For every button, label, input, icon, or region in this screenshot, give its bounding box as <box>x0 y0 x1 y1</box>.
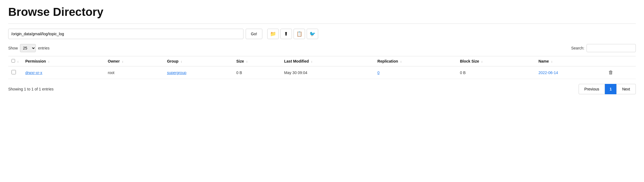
row-permission: drwxr-xr-x <box>22 66 105 79</box>
col-last-modified-label: Last Modified <box>284 59 309 63</box>
col-permission-label: Permission <box>25 59 46 63</box>
prev-button[interactable]: Previous <box>579 84 605 94</box>
row-checkbox[interactable] <box>11 70 16 74</box>
col-actions <box>605 56 636 66</box>
search-box: Search: <box>571 44 636 52</box>
group-link[interactable]: supergroup <box>167 71 186 75</box>
col-size-label: Size <box>236 59 244 63</box>
next-button[interactable]: Next <box>616 84 636 94</box>
row-replication: 0 <box>374 66 457 79</box>
upload-icon-button[interactable]: ⬆ <box>280 29 292 39</box>
col-name-sort[interactable]: ↕ <box>551 60 553 63</box>
pagination: Previous 1 Next <box>579 84 636 94</box>
col-size-sort[interactable]: ↕ <box>246 60 248 63</box>
col-block-size-label: Block Size <box>460 59 479 63</box>
title-divider <box>8 24 636 24</box>
row-group: supergroup <box>164 66 233 79</box>
col-last-modified: Last Modified ↕ <box>281 56 374 66</box>
name-link[interactable]: 2022-06-14 <box>538 71 558 75</box>
show-label: Show <box>8 46 18 50</box>
col-name-label: Name <box>538 59 549 63</box>
col-replication: Replication ↕ <box>374 56 457 66</box>
select-all-header: ↕ <box>8 56 22 66</box>
table-header-row: ↕ Permission ↕ Owner ↕ Group ↕ Size ↕ La… <box>8 56 636 66</box>
col-owner: Owner ↕ <box>105 56 164 66</box>
row-last-modified: May 30 09:04 <box>281 66 374 79</box>
table-controls: Show 10 25 50 100 entries Search: <box>8 44 636 52</box>
tool-icon-button[interactable]: 🐦 <box>307 29 318 39</box>
path-bar: Go! 📁 ⬆ 📋 🐦 <box>8 29 636 39</box>
col-permission-sort[interactable]: ↕ <box>48 60 50 63</box>
path-input[interactable] <box>8 29 243 39</box>
replication-link[interactable]: 0 <box>378 71 380 75</box>
col-group-sort[interactable]: ↕ <box>181 60 182 63</box>
col-block-size-sort[interactable]: ↕ <box>481 60 483 63</box>
row-delete-cell: 🗑 <box>605 66 636 79</box>
page-title: Browse Directory <box>8 5 636 19</box>
col-size: Size ↕ <box>233 56 281 66</box>
col-block-size: Block Size ↕ <box>457 56 535 66</box>
search-label: Search: <box>571 46 584 50</box>
current-page: 1 <box>605 84 616 94</box>
row-checkbox-cell <box>8 66 22 79</box>
row-owner: root <box>105 66 164 79</box>
col-group: Group ↕ <box>164 56 233 66</box>
select-all-checkbox[interactable] <box>11 59 15 63</box>
row-name: 2022-06-14 <box>535 66 605 79</box>
row-block-size: 0 B <box>457 66 535 79</box>
col-owner-label: Owner <box>108 59 120 63</box>
permission-link[interactable]: drwxr-xr-x <box>25 71 42 75</box>
row-size: 0 B <box>233 66 281 79</box>
col-replication-sort[interactable]: ↕ <box>400 60 402 63</box>
checkbox-sort-icon: ↕ <box>17 60 19 63</box>
directory-table: ↕ Permission ↕ Owner ↕ Group ↕ Size ↕ La… <box>8 56 636 79</box>
toolbar-icons: 📁 ⬆ 📋 🐦 <box>267 29 318 39</box>
col-owner-sort[interactable]: ↕ <box>122 60 123 63</box>
list-icon-button[interactable]: 📋 <box>294 29 305 39</box>
go-button[interactable]: Go! <box>246 29 262 39</box>
entries-label: entries <box>38 46 50 50</box>
col-name: Name ↕ <box>535 56 605 66</box>
folder-icon-button[interactable]: 📁 <box>267 29 279 39</box>
col-permission: Permission ↕ <box>22 56 105 66</box>
col-group-label: Group <box>167 59 178 63</box>
search-input[interactable] <box>587 44 636 52</box>
col-last-modified-sort[interactable]: ↕ <box>311 60 313 63</box>
showing-text: Showing 1 to 1 of 1 entries <box>8 87 54 91</box>
col-replication-label: Replication <box>378 59 398 63</box>
table-row: drwxr-xr-x root supergroup 0 B May 30 09… <box>8 66 636 79</box>
entries-select[interactable]: 10 25 50 100 <box>20 44 36 52</box>
delete-icon[interactable]: 🗑 <box>608 70 613 75</box>
footer: Showing 1 to 1 of 1 entries Previous 1 N… <box>8 84 636 94</box>
show-entries-control: Show 10 25 50 100 entries <box>8 44 50 52</box>
